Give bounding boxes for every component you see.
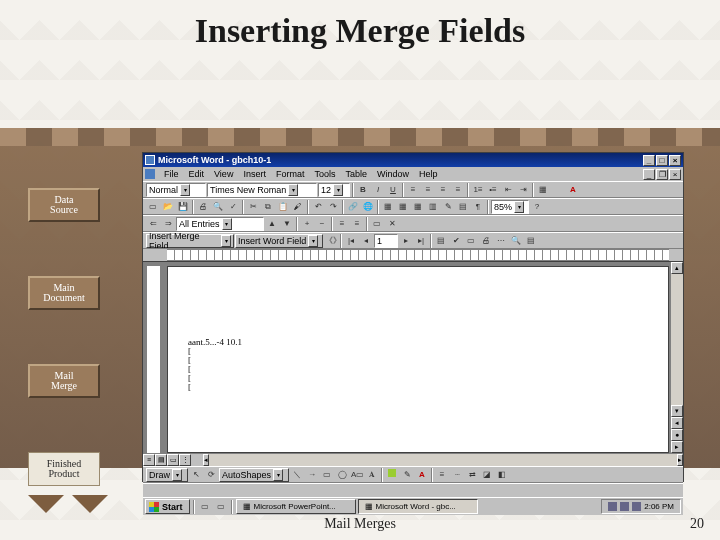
outline-combo[interactable]: All Entries ▾ bbox=[176, 217, 264, 231]
scroll-right-button[interactable]: ▸ bbox=[677, 454, 683, 466]
edit-data-source-button[interactable]: ▤ bbox=[524, 234, 538, 248]
next-arrow-icon[interactable] bbox=[72, 495, 108, 513]
threed-button[interactable]: ◧ bbox=[495, 468, 509, 482]
menu-table[interactable]: Table bbox=[340, 169, 372, 179]
prev-record-button[interactable]: ◂ bbox=[359, 234, 373, 248]
menu-view[interactable]: View bbox=[209, 169, 238, 179]
underline-button[interactable]: U bbox=[386, 183, 400, 197]
view-merged-button[interactable]: 《》 bbox=[324, 234, 338, 248]
doc-map-button[interactable]: ▤ bbox=[456, 200, 470, 214]
mailmerge-button[interactable]: ⋯ bbox=[494, 234, 508, 248]
maximize-button[interactable]: □ bbox=[656, 155, 668, 166]
print-preview-button[interactable]: 🔍 bbox=[211, 200, 225, 214]
first-record-button[interactable]: |◂ bbox=[344, 234, 358, 248]
move-up-button[interactable]: ▲ bbox=[265, 217, 279, 231]
master-doc-button[interactable]: ▭ bbox=[370, 217, 384, 231]
doc-control-icon[interactable] bbox=[145, 169, 155, 179]
quicklaunch-icon[interactable]: ▭ bbox=[214, 500, 228, 514]
document-page[interactable]: aant.5...-4 10.1 [ [ [ [ [ bbox=[167, 266, 669, 453]
rotate-button[interactable]: ⟳ bbox=[204, 468, 218, 482]
textbox-button[interactable]: A▭ bbox=[350, 468, 364, 482]
show-hide-button[interactable]: ¶ bbox=[471, 200, 485, 214]
insert-merge-field-button[interactable]: Insert Merge Field ▾ bbox=[146, 234, 234, 248]
mailmerge-helper-button[interactable]: ▤ bbox=[434, 234, 448, 248]
font-size-combo[interactable]: 12 ▾ bbox=[318, 183, 350, 197]
doc-minimize-button[interactable]: _ bbox=[643, 169, 655, 180]
show-heading-button[interactable]: ≡ bbox=[335, 217, 349, 231]
menu-insert[interactable]: Insert bbox=[238, 169, 271, 179]
doc-close-button[interactable]: × bbox=[669, 169, 681, 180]
insert-word-field-button[interactable]: Insert Word Field ▾ bbox=[235, 234, 323, 248]
fill-color-button[interactable] bbox=[385, 468, 399, 482]
start-button[interactable]: Start bbox=[145, 499, 190, 514]
tray-icon[interactable] bbox=[620, 502, 629, 511]
tray-icon[interactable] bbox=[632, 502, 641, 511]
arrow-button[interactable]: → bbox=[305, 468, 319, 482]
zoom-combo[interactable]: 85% ▾ bbox=[491, 200, 529, 214]
rectangle-button[interactable]: ▭ bbox=[320, 468, 334, 482]
collapse-button[interactable]: − bbox=[315, 217, 329, 231]
help-button[interactable]: ? bbox=[530, 200, 544, 214]
line-style-button[interactable]: ≡ bbox=[435, 468, 449, 482]
nav-mail-merge[interactable]: Mail Merge bbox=[28, 364, 100, 398]
normal-view-button[interactable]: ≡ bbox=[143, 454, 155, 466]
spellcheck-button[interactable]: ✓ bbox=[226, 200, 240, 214]
vertical-scrollbar[interactable]: ▴ ▾ ◂ ● ▸ bbox=[670, 262, 683, 453]
merge-printer-button[interactable]: 🖨 bbox=[479, 234, 493, 248]
increase-indent-button[interactable]: ⇥ bbox=[516, 183, 530, 197]
taskbar-word[interactable]: ▦ Microsoft Word - gbc... bbox=[358, 499, 478, 514]
quicklaunch-icon[interactable]: ▭ bbox=[198, 500, 212, 514]
borders-button[interactable]: ▦ bbox=[536, 183, 550, 197]
menu-window[interactable]: Window bbox=[372, 169, 414, 179]
select-objects-button[interactable]: ↖ bbox=[189, 468, 203, 482]
expand-button[interactable]: + bbox=[300, 217, 314, 231]
autoshapes-button[interactable]: AutoShapes ▾ bbox=[219, 468, 289, 482]
horizontal-scrollbar[interactable]: ≡ ▤ ▭ ⋮ ◂ ▸ bbox=[143, 453, 683, 466]
copy-button[interactable]: ⧉ bbox=[261, 200, 275, 214]
style-combo[interactable]: Normal ▾ bbox=[146, 183, 206, 197]
move-down-button[interactable]: ▼ bbox=[280, 217, 294, 231]
hyperlink-button[interactable]: 🔗 bbox=[346, 200, 360, 214]
nav-data-source[interactable]: Data Source bbox=[28, 188, 100, 222]
numbered-list-button[interactable]: 1≡ bbox=[471, 183, 485, 197]
insert-table-button[interactable]: ▦ bbox=[396, 200, 410, 214]
horizontal-ruler[interactable] bbox=[167, 249, 669, 261]
italic-button[interactable]: I bbox=[371, 183, 385, 197]
record-number-field[interactable]: 1 bbox=[374, 234, 398, 248]
decrease-indent-button[interactable]: ⇤ bbox=[501, 183, 515, 197]
arrow-style-button[interactable]: ⇄ bbox=[465, 468, 479, 482]
shadow-button[interactable]: ◪ bbox=[480, 468, 494, 482]
menu-tools[interactable]: Tools bbox=[309, 169, 340, 179]
doc-restore-button[interactable]: ❐ bbox=[656, 169, 668, 180]
redo-button[interactable]: ↷ bbox=[326, 200, 340, 214]
prev-arrow-icon[interactable] bbox=[28, 495, 64, 513]
format-painter-button[interactable]: 🖌 bbox=[291, 200, 305, 214]
next-record-button[interactable]: ▸ bbox=[399, 234, 413, 248]
scroll-track[interactable] bbox=[671, 274, 683, 405]
oval-button[interactable]: ◯ bbox=[335, 468, 349, 482]
print-button[interactable]: 🖨 bbox=[196, 200, 210, 214]
demote-button[interactable]: ⇒ bbox=[161, 217, 175, 231]
wordart-button[interactable]: 𝐀 bbox=[365, 468, 379, 482]
drawing-button[interactable]: ✎ bbox=[441, 200, 455, 214]
save-button[interactable]: 💾 bbox=[176, 200, 190, 214]
vertical-ruler[interactable] bbox=[147, 266, 161, 453]
align-left-button[interactable]: ≡ bbox=[406, 183, 420, 197]
system-tray[interactable]: 2:06 PM bbox=[601, 499, 681, 514]
show-first-line-button[interactable]: ≡ bbox=[350, 217, 364, 231]
web-toolbar-button[interactable]: 🌐 bbox=[361, 200, 375, 214]
excel-button[interactable]: ▦ bbox=[411, 200, 425, 214]
highlight-button[interactable] bbox=[551, 183, 565, 197]
scroll-up-button[interactable]: ▴ bbox=[671, 262, 683, 274]
draw-menu-button[interactable]: Draw ▾ bbox=[146, 468, 188, 482]
hscroll-track[interactable] bbox=[209, 454, 677, 466]
close-button[interactable]: × bbox=[669, 155, 681, 166]
find-record-button[interactable]: 🔍 bbox=[509, 234, 523, 248]
justify-button[interactable]: ≡ bbox=[451, 183, 465, 197]
taskbar-powerpoint[interactable]: ▦ Microsoft PowerPoint... bbox=[236, 499, 356, 514]
minimize-button[interactable]: _ bbox=[643, 155, 655, 166]
tables-borders-button[interactable]: ▦ bbox=[381, 200, 395, 214]
nav-finished-product[interactable]: Finished Product bbox=[28, 452, 100, 486]
menu-file[interactable]: File bbox=[159, 169, 184, 179]
open-button[interactable]: 📂 bbox=[161, 200, 175, 214]
